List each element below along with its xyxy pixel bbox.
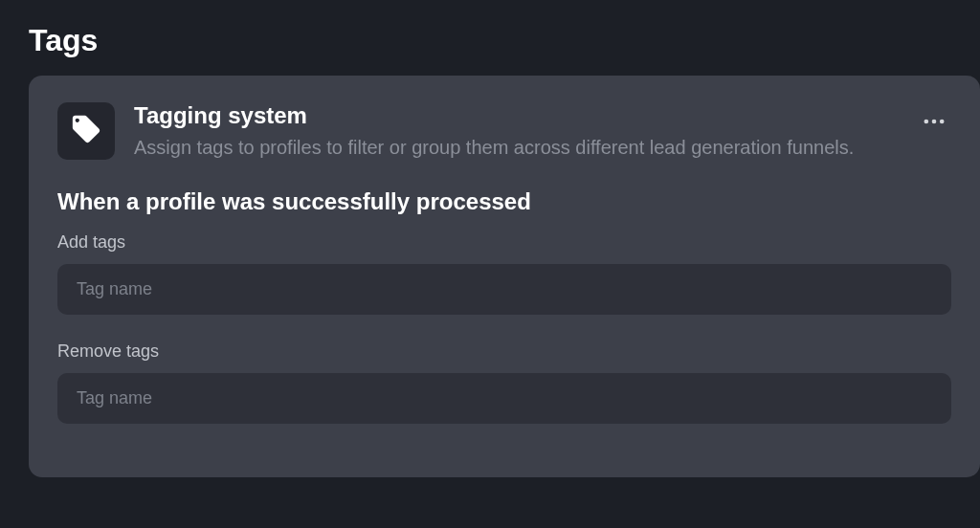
remove-tags-group: Remove tags <box>57 341 951 424</box>
tag-icon-container <box>57 102 115 160</box>
add-tags-label: Add tags <box>57 232 951 253</box>
add-tags-group: Add tags <box>57 232 951 315</box>
svg-point-0 <box>924 120 929 124</box>
remove-tags-label: Remove tags <box>57 341 951 362</box>
more-horizontal-icon <box>921 108 947 138</box>
page-title: Tags <box>0 0 980 76</box>
tag-icon <box>70 113 102 149</box>
card-description: Assign tags to profiles to filter or gro… <box>134 133 903 162</box>
svg-point-2 <box>940 120 945 124</box>
svg-point-1 <box>932 120 937 124</box>
tagging-card: Tagging system Assign tags to profiles t… <box>29 76 980 477</box>
add-tags-input[interactable] <box>57 264 951 315</box>
section-title: When a profile was successfully processe… <box>57 188 951 215</box>
more-options-button[interactable] <box>917 104 951 142</box>
card-title: Tagging system <box>134 102 903 129</box>
card-header-text: Tagging system Assign tags to profiles t… <box>134 102 951 162</box>
card-header: Tagging system Assign tags to profiles t… <box>57 102 951 162</box>
remove-tags-input[interactable] <box>57 373 951 424</box>
